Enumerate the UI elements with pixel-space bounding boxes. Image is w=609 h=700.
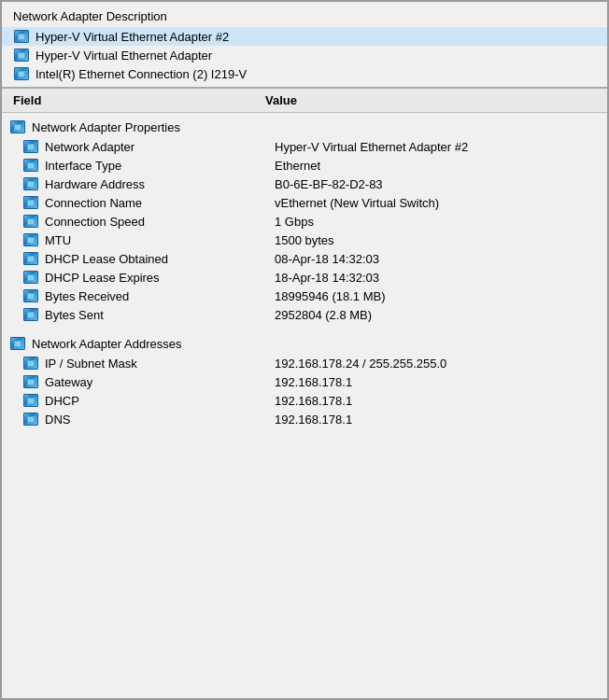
column-header-field: Field [13, 93, 265, 107]
field-label: Connection Speed [45, 215, 145, 229]
field-value: 192.168.178.1 [275, 394, 600, 408]
table-row[interactable]: DHCP Lease Expires18-Apr-18 14:32:03 [2, 268, 607, 287]
adapter-label: Hyper-V Virtual Ethernet Adapter #2 [35, 30, 229, 44]
field-value: 08-Apr-18 14:32:03 [275, 252, 600, 266]
field-label: Network Adapter [45, 140, 135, 154]
field-value: 1 Gbps [275, 215, 600, 229]
field-value: B0-6E-BF-82-D2-83 [275, 177, 600, 191]
field-value: 192.168.178.1 [275, 375, 600, 389]
column-header-value: Value [265, 93, 596, 107]
field-label: IP / Subnet Mask [45, 357, 137, 371]
field-label: Bytes Received [45, 289, 129, 303]
adapter-label: Hyper-V Virtual Ethernet Adapter [35, 49, 212, 63]
row-nic-icon [22, 307, 39, 322]
field-value: Ethernet [275, 159, 600, 173]
table-row[interactable]: MTU1500 bytes [2, 231, 607, 249]
adapter-list: Hyper-V Virtual Ethernet Adapter #2Hyper… [2, 27, 607, 83]
nic-icon [13, 48, 30, 63]
row-nic-icon [22, 356, 39, 371]
field-value: vEthernet (New Virtual Switch) [275, 196, 600, 210]
adapter-list-header: Network Adapter Description [2, 6, 607, 27]
section-nic-icon [9, 336, 26, 351]
section-nic-icon [9, 119, 26, 134]
field-label: Hardware Address [45, 177, 145, 191]
field-label: DNS [45, 413, 70, 427]
table-row[interactable]: IP / Subnet Mask192.168.178.24 / 255.255… [2, 354, 607, 372]
field-value: 1500 bytes [275, 233, 600, 247]
field-value: 192.168.178.1 [275, 413, 600, 427]
row-nic-icon [22, 288, 39, 303]
row-nic-icon [22, 139, 39, 154]
adapter-label: Intel(R) Ethernet Connection (2) I219-V [35, 67, 247, 81]
field-value: 18995946 (18.1 MB) [275, 289, 600, 303]
row-nic-icon [22, 412, 39, 427]
table-row[interactable]: Gateway192.168.178.1 [2, 372, 607, 391]
field-label: DHCP Lease Obtained [45, 252, 168, 266]
field-value: 18-Apr-18 14:32:03 [275, 271, 600, 285]
table-row[interactable]: Bytes Received18995946 (18.1 MB) [2, 287, 607, 305]
nic-icon [13, 66, 30, 81]
section-spacer [2, 324, 607, 333]
row-nic-icon [22, 270, 39, 285]
section-row-1: Network Adapter Addresses [2, 333, 607, 354]
table-row[interactable]: Network AdapterHyper-V Virtual Ethernet … [2, 137, 607, 156]
field-label: DHCP [45, 394, 79, 408]
row-nic-icon [22, 195, 39, 210]
section-label: Network Adapter Properties [32, 120, 180, 134]
table-row[interactable]: Connection Speed1 Gbps [2, 212, 607, 231]
section-row-0: Network Adapter Properties [2, 117, 607, 137]
field-value: Hyper-V Virtual Ethernet Adapter #2 [275, 140, 600, 154]
field-label: MTU [45, 233, 71, 247]
row-nic-icon [22, 393, 39, 408]
table-row[interactable]: Interface TypeEthernet [2, 156, 607, 175]
adapter-list-panel: Network Adapter Description Hyper-V Virt… [2, 2, 607, 89]
table-row[interactable]: Hardware AddressB0-6E-BF-82-D2-83 [2, 175, 607, 193]
table-row[interactable]: Connection NamevEthernet (New Virtual Sw… [2, 193, 607, 212]
properties-panel: Field Value Network Adapter PropertiesNe… [2, 89, 607, 698]
field-label: DHCP Lease Expires [45, 271, 160, 285]
adapter-item-2[interactable]: Intel(R) Ethernet Connection (2) I219-V [2, 64, 607, 83]
field-label: Bytes Sent [45, 308, 104, 322]
field-label: Connection Name [45, 196, 142, 210]
table-row[interactable]: DNS192.168.178.1 [2, 410, 607, 428]
row-nic-icon [22, 158, 39, 173]
main-window: Network Adapter Description Hyper-V Virt… [0, 0, 609, 700]
row-nic-icon [22, 251, 39, 266]
table-row[interactable]: DHCP Lease Obtained08-Apr-18 14:32:03 [2, 249, 607, 268]
adapter-item-0[interactable]: Hyper-V Virtual Ethernet Adapter #2 [2, 27, 607, 46]
row-nic-icon [22, 214, 39, 229]
field-label: Interface Type [45, 159, 121, 173]
adapter-item-1[interactable]: Hyper-V Virtual Ethernet Adapter [2, 46, 607, 64]
table-row[interactable]: DHCP192.168.178.1 [2, 391, 607, 410]
field-value: 2952804 (2.8 MB) [275, 308, 600, 322]
section-label: Network Adapter Addresses [32, 337, 181, 351]
row-nic-icon [22, 232, 39, 247]
table-row[interactable]: Bytes Sent2952804 (2.8 MB) [2, 305, 607, 324]
field-label: Gateway [45, 375, 92, 389]
row-nic-icon [22, 176, 39, 191]
table-body: Network Adapter PropertiesNetwork Adapte… [2, 113, 607, 432]
row-nic-icon [22, 374, 39, 389]
table-header: Field Value [2, 89, 607, 113]
field-value: 192.168.178.24 / 255.255.255.0 [275, 357, 600, 371]
nic-icon [13, 29, 30, 44]
